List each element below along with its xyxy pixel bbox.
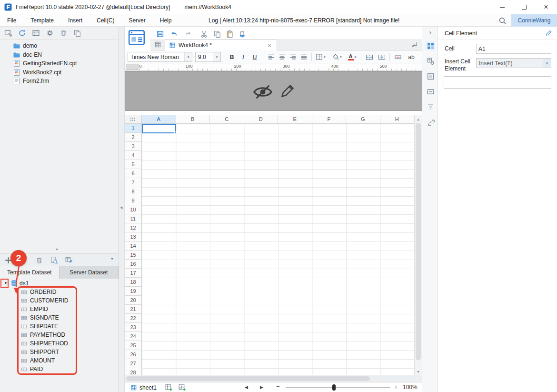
row-header-8[interactable]: 8	[125, 187, 142, 196]
pencil-icon[interactable]	[280, 83, 295, 99]
row-header-13[interactable]: 13	[125, 232, 142, 241]
row-header-12[interactable]: 12	[125, 223, 142, 232]
view-folder-icon[interactable]	[31, 29, 40, 37]
paste-button[interactable]	[225, 29, 234, 39]
row-header-23[interactable]: 23	[125, 323, 142, 332]
copy-icon[interactable]	[73, 29, 81, 37]
preview-dataset-icon[interactable]	[50, 256, 58, 264]
horizontal-scroll-thumb[interactable]	[126, 376, 370, 381]
maximize-button[interactable]	[513, 0, 535, 14]
add-chart-sheet-icon[interactable]	[178, 383, 186, 392]
scroll-down-icon[interactable]: ▼	[415, 368, 422, 375]
row-header-20[interactable]: 20	[125, 296, 142, 305]
float-element-tab-icon[interactable]	[426, 71, 435, 81]
redo-button[interactable]	[183, 29, 192, 39]
cut-button[interactable]	[199, 29, 209, 39]
row-header-4[interactable]: 4	[125, 151, 142, 160]
vertical-scrollbar[interactable]: ▲ ▼	[414, 115, 422, 375]
selected-cell-a1[interactable]	[142, 124, 176, 133]
row-header-28[interactable]: 28	[125, 368, 142, 375]
select-all-corner[interactable]	[125, 115, 142, 124]
row-header-19[interactable]: 19	[125, 287, 142, 296]
row-header-22[interactable]: 22	[125, 314, 142, 323]
menu-item-insert[interactable]: Insert	[61, 14, 90, 26]
row-header-25[interactable]: 25	[125, 341, 142, 350]
row-header-6[interactable]: 6	[125, 169, 142, 178]
save-button[interactable]	[155, 29, 165, 39]
row-header-7[interactable]: 7	[125, 178, 142, 187]
zoom-slider-handle[interactable]	[332, 384, 336, 391]
cells-area[interactable]	[142, 124, 414, 375]
file-tree-item[interactable]: doc-EN	[0, 50, 119, 60]
font-family-select[interactable]: Times New Roman ▼	[128, 52, 192, 62]
row-header-10[interactable]: 10	[125, 205, 142, 214]
row-header-16[interactable]: 16	[125, 260, 142, 269]
vertical-scroll-thumb[interactable]	[416, 123, 421, 360]
file-tree-item[interactable]: GettingStartedEN.cpt	[0, 59, 119, 68]
zoom-slider-track[interactable]	[286, 387, 390, 388]
unmerge-cells-button[interactable]	[376, 52, 388, 62]
bold-button[interactable]: B	[227, 52, 237, 62]
row-header-11[interactable]: 11	[125, 214, 142, 223]
cell-reference-input[interactable]	[476, 44, 551, 54]
row-header-15[interactable]: 15	[125, 251, 142, 260]
template-list-icon[interactable]	[154, 41, 161, 48]
horizontal-scrollbar[interactable]	[125, 375, 422, 382]
collapse-right-panel-icon[interactable]: ›	[422, 29, 438, 36]
text-control-button[interactable]: ab	[406, 52, 417, 62]
edit-dataset-icon[interactable]	[64, 256, 73, 264]
row-header-3[interactable]: 3	[125, 142, 142, 151]
edit-pencil-icon[interactable]	[545, 30, 552, 37]
underline-button[interactable]: U	[249, 52, 260, 62]
format-painter-button[interactable]	[238, 29, 248, 39]
file-tree-item[interactable]: WorkBook2.cpt	[0, 68, 119, 77]
cell-element-tab-icon[interactable]	[426, 41, 435, 50]
parameter-pane[interactable]	[125, 71, 422, 111]
column-header-e[interactable]: E	[278, 115, 312, 124]
widget-settings-tab-icon[interactable]	[426, 87, 435, 96]
zoom-out-button[interactable]: −	[276, 383, 280, 390]
delete-icon[interactable]	[35, 256, 43, 264]
align-center-button[interactable]	[277, 52, 287, 62]
copy-button[interactable]	[212, 29, 222, 39]
document-tab-workbook4[interactable]: WorkBook4 * ×	[165, 40, 277, 50]
undo-button[interactable]	[169, 29, 179, 39]
row-header-9[interactable]: 9	[125, 196, 142, 205]
border-select[interactable]: ▼	[314, 52, 328, 62]
search-icon[interactable]	[498, 17, 507, 25]
new-template-icon[interactable]	[4, 29, 12, 37]
align-right-button[interactable]	[288, 52, 298, 62]
column-header-b[interactable]: B	[176, 115, 210, 124]
panel-splitter-handle-icon[interactable]: ▼	[55, 248, 59, 251]
row-header-27[interactable]: 27	[125, 359, 142, 368]
minimize-button[interactable]: ─	[491, 0, 513, 14]
close-button[interactable]: ×	[535, 0, 557, 14]
fill-color-select[interactable]: ▼	[330, 52, 344, 62]
row-header-2[interactable]: 2	[125, 133, 142, 142]
row-header-24[interactable]: 24	[125, 332, 142, 341]
font-size-select[interactable]: 9.0 ▼	[195, 52, 221, 62]
column-header-a[interactable]: A	[142, 115, 176, 124]
user-account-button[interactable]: ConnieWang	[511, 14, 557, 27]
menu-item-template[interactable]: Template	[23, 14, 61, 26]
column-header-g[interactable]: G	[346, 115, 380, 124]
align-justify-button[interactable]	[298, 52, 309, 62]
template-settings-icon[interactable]	[128, 29, 146, 47]
font-color-select[interactable]: A▼	[346, 52, 359, 62]
row-header-5[interactable]: 5	[125, 160, 142, 169]
dataset-panel-collapse-icon[interactable]: ▼	[110, 257, 114, 261]
delete-icon[interactable]	[59, 29, 68, 37]
file-tree-item[interactable]: Form2.frm	[0, 77, 119, 86]
collapse-left-panel-icon[interactable]: ◀	[120, 206, 122, 210]
eye-off-icon[interactable]	[252, 84, 273, 100]
zoom-in-button[interactable]: +	[394, 383, 398, 391]
panel-divider[interactable]: ◀	[119, 27, 125, 392]
cell-style-button[interactable]	[392, 52, 404, 62]
menu-item-file[interactable]: File	[0, 14, 23, 26]
sheet-tab-sheet1[interactable]: sheet1	[129, 382, 159, 392]
column-header-h[interactable]: H	[380, 115, 415, 124]
hyperlink-tab-icon[interactable]	[426, 117, 435, 127]
sheet-next-icon[interactable]: ▶	[260, 385, 263, 390]
row-header-21[interactable]: 21	[125, 305, 142, 314]
row-header-14[interactable]: 14	[125, 241, 142, 251]
